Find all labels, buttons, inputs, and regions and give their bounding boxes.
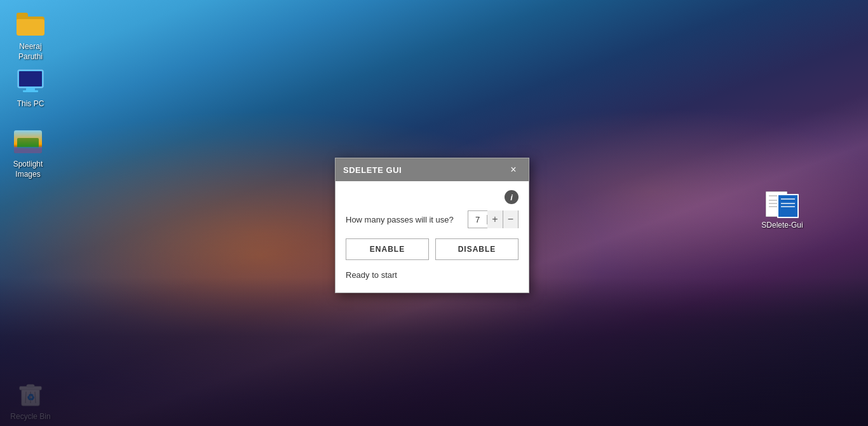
action-row: ENABLE DISABLE bbox=[346, 238, 519, 260]
dialog-title: SDELETE GUI bbox=[343, 165, 402, 175]
passes-plus-button[interactable]: + bbox=[487, 210, 503, 228]
enable-button[interactable]: ENABLE bbox=[346, 238, 429, 260]
disable-button[interactable]: DISABLE bbox=[435, 238, 519, 260]
passes-row: How many passes will it use? 7 + − bbox=[346, 210, 519, 228]
modal-overlay: SDELETE GUI × i How many passes will it … bbox=[0, 0, 868, 426]
sdelete-gui-dialog: SDELETE GUI × i How many passes will it … bbox=[335, 158, 529, 293]
dialog-body: i How many passes will it use? 7 + − ENA… bbox=[336, 181, 529, 292]
dialog-close-button[interactable]: × bbox=[506, 162, 521, 177]
passes-label: How many passes will it use? bbox=[346, 215, 454, 224]
passes-control: 7 + − bbox=[468, 210, 519, 228]
dialog-titlebar: SDELETE GUI × bbox=[336, 158, 529, 181]
passes-value: 7 bbox=[468, 215, 487, 224]
info-icon[interactable]: i bbox=[505, 190, 519, 204]
desktop: Neeraj Paruthi This PC SpotlightImages bbox=[0, 0, 868, 426]
status-text: Ready to start bbox=[346, 270, 519, 280]
passes-minus-button[interactable]: − bbox=[503, 210, 518, 228]
info-row: i bbox=[346, 190, 519, 204]
